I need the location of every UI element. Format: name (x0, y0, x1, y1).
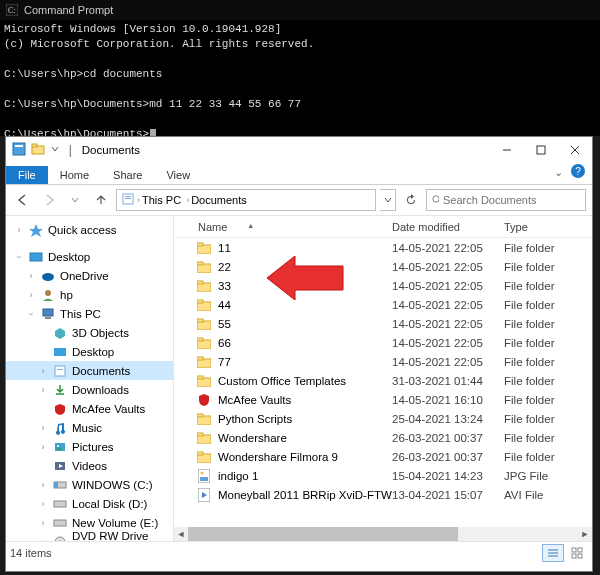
tree-3d-objects[interactable]: 3D Objects (6, 323, 173, 342)
svg-line-9 (571, 146, 579, 154)
file-row[interactable]: 2214-05-2021 22:05File folder (174, 257, 592, 276)
breadcrumb[interactable]: › This PC› Documents (116, 189, 376, 211)
tree-dvd-f[interactable]: ›DVD RW Drive (F:) (6, 532, 173, 541)
file-name: Wondershare (218, 432, 287, 444)
folder-icon (196, 278, 212, 294)
tree-mcafee[interactable]: McAfee Vaults (6, 399, 173, 418)
svg-rect-22 (57, 369, 63, 370)
scroll-right-button[interactable]: ► (578, 527, 592, 541)
svg-rect-21 (55, 366, 65, 376)
horizontal-scrollbar[interactable]: ◄ ► (174, 527, 592, 541)
col-name[interactable]: Name (198, 221, 227, 233)
search-input[interactable] (439, 194, 581, 206)
crumb-thispc[interactable]: This PC› (142, 194, 189, 206)
tree-onedrive[interactable]: ›OneDrive (6, 266, 173, 285)
folder-icon (196, 240, 212, 256)
tree-quick-access[interactable]: ›Quick access (6, 220, 173, 239)
file-date: 15-04-2021 14:23 (392, 470, 504, 482)
address-dropdown[interactable] (380, 189, 396, 211)
svg-rect-56 (200, 477, 208, 481)
tree-videos[interactable]: Videos (6, 456, 173, 475)
tree-downloads[interactable]: ›Downloads (6, 380, 173, 399)
cmd-titlebar[interactable]: C: Command Prompt (0, 0, 600, 20)
svg-rect-38 (197, 281, 203, 284)
newfolder-icon[interactable] (31, 142, 45, 156)
tree-thispc[interactable]: ›This PC (6, 304, 173, 323)
file-type: File folder (504, 242, 592, 254)
view-details-button[interactable] (542, 544, 564, 562)
svg-line-8 (571, 146, 579, 154)
file-name: 77 (218, 356, 231, 368)
nav-back-button[interactable] (12, 189, 34, 211)
file-list-pane[interactable]: Name▲ Date modified Type 1114-05-2021 22… (174, 216, 592, 541)
tree-hp[interactable]: ›hp (6, 285, 173, 304)
properties-icon[interactable] (12, 142, 26, 156)
file-row[interactable]: Moneyball 2011 BRRip XviD-FTW13-04-2021 … (174, 485, 592, 504)
refresh-button[interactable] (400, 189, 422, 211)
folder-icon (196, 297, 212, 313)
file-row[interactable]: 5514-05-2021 22:05File folder (174, 314, 592, 333)
ribbon-expand-caret[interactable]: ⌄ (554, 166, 563, 179)
svg-rect-62 (572, 548, 576, 552)
crumb-documents[interactable]: Documents (191, 194, 247, 206)
svg-rect-19 (45, 317, 51, 319)
file-row[interactable]: McAfee Vaults14-05-2021 16:10File folder (174, 390, 592, 409)
search-box[interactable] (426, 189, 586, 211)
column-headers[interactable]: Name▲ Date modified Type (174, 216, 592, 238)
scroll-thumb[interactable] (188, 527, 458, 541)
nav-tree[interactable]: ›Quick access ›Desktop ›OneDrive ›hp ›Th… (6, 216, 174, 541)
ribbon-help-button[interactable]: ? (571, 164, 585, 178)
col-date[interactable]: Date modified (392, 221, 504, 233)
shield-icon (196, 392, 212, 408)
folder-icon (196, 411, 212, 427)
file-row[interactable]: Wondershare Filmora 926-03-2021 00:37Fil… (174, 447, 592, 466)
file-name: 22 (218, 261, 231, 273)
file-name: Custom Office Templates (218, 375, 346, 387)
status-bar: 14 items (6, 541, 592, 563)
file-row[interactable]: Python Scripts25-04-2021 13:24File folde… (174, 409, 592, 428)
svg-rect-64 (572, 554, 576, 558)
qat-dropdown-icon[interactable] (51, 142, 59, 156)
tree-desktop[interactable]: ›Desktop (6, 247, 173, 266)
tab-file[interactable]: File (6, 166, 48, 184)
file-date: 14-05-2021 22:05 (392, 337, 504, 349)
tab-view[interactable]: View (154, 166, 202, 184)
file-date: 14-05-2021 22:05 (392, 242, 504, 254)
file-row[interactable]: Wondershare26-03-2021 00:37File folder (174, 428, 592, 447)
file-type: File folder (504, 299, 592, 311)
tree-documents[interactable]: ›Documents (6, 361, 173, 380)
close-button[interactable] (558, 137, 592, 163)
col-type[interactable]: Type (504, 221, 592, 233)
nav-recent-dropdown[interactable] (64, 189, 86, 211)
minimize-button[interactable] (490, 137, 524, 163)
tree-music[interactable]: ›Music (6, 418, 173, 437)
explorer-titlebar[interactable]: | Documents (6, 137, 592, 163)
nav-up-button[interactable] (90, 189, 112, 211)
tree-local-d[interactable]: ›Local Disk (D:) (6, 494, 173, 513)
tab-share[interactable]: Share (101, 166, 154, 184)
file-row[interactable]: 7714-05-2021 22:05File folder (174, 352, 592, 371)
file-row[interactable]: 3314-05-2021 22:05File folder (174, 276, 592, 295)
file-row[interactable]: Custom Office Templates31-03-2021 01:44F… (174, 371, 592, 390)
file-row[interactable]: 1114-05-2021 22:05File folder (174, 238, 592, 257)
svg-rect-48 (197, 376, 203, 379)
file-date: 25-04-2021 13:24 (392, 413, 504, 425)
scroll-left-button[interactable]: ◄ (174, 527, 188, 541)
maximize-button[interactable] (524, 137, 558, 163)
file-row[interactable]: indigo 115-04-2021 14:23JPG File (174, 466, 592, 485)
scroll-track[interactable] (188, 527, 578, 541)
qat-icons[interactable] (12, 142, 59, 159)
tree-pictures[interactable]: ›Pictures (6, 437, 173, 456)
view-large-icons-button[interactable] (566, 544, 588, 562)
file-row[interactable]: 6614-05-2021 22:05File folder (174, 333, 592, 352)
tab-home[interactable]: Home (48, 166, 101, 184)
cmd-body[interactable]: Microsoft Windows [Version 10.0.19041.92… (0, 20, 600, 136)
nav-forward-button[interactable] (38, 189, 60, 211)
tree-desktop2[interactable]: Desktop (6, 342, 173, 361)
cmd-line: Microsoft Windows [Version 10.0.19041.92… (4, 23, 281, 35)
content-area: ›Quick access ›Desktop ›OneDrive ›hp ›Th… (6, 215, 592, 541)
svg-rect-54 (197, 452, 203, 455)
file-row[interactable]: 4414-05-2021 22:05File folder (174, 295, 592, 314)
file-type: File folder (504, 356, 592, 368)
tree-windows-c[interactable]: ›WINDOWS (C:) (6, 475, 173, 494)
